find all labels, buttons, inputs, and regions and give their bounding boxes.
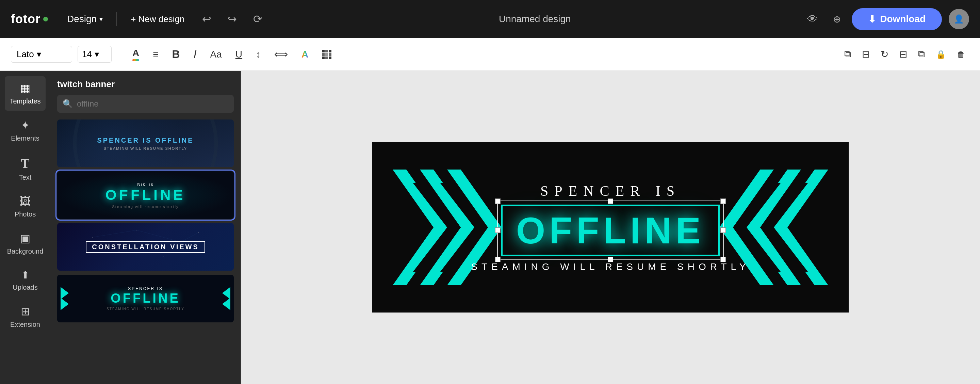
text-toolbar: Lato ▾ 14 ▾ A ≡ B I Aa U ↕ ⟺ A [0, 38, 980, 71]
background-icon: ▣ [20, 232, 30, 245]
text-icon: T [21, 156, 29, 171]
sidebar-item-extension[interactable]: ⊞ Extension [5, 300, 46, 334]
underline-button[interactable]: U [231, 46, 247, 63]
undo-icon: ↩ [202, 13, 211, 25]
history-icon: ⟳ [253, 13, 262, 25]
handle-tm [608, 198, 613, 204]
align-icon: ≡ [153, 49, 158, 60]
sidebar-item-text[interactable]: T Text [5, 150, 46, 187]
text-color-button[interactable]: A [128, 45, 143, 64]
canvas-subtitle: STEAMING WILL RESUME SHORTLY [471, 261, 749, 272]
layers-button[interactable]: ⧉ [914, 46, 929, 63]
redo-button[interactable]: ↪ [224, 10, 241, 28]
sidebar-uploads-label: Uploads [13, 284, 37, 292]
handle-tl [495, 198, 501, 204]
color-fill-button[interactable]: A [298, 46, 312, 63]
template-search-input[interactable] [77, 99, 228, 108]
canvas-main-text[interactable]: OFFLINE [501, 205, 720, 256]
fotor-logo: fotor [11, 12, 48, 26]
tpl2-sub: Steaming will resume shortly [112, 205, 179, 209]
chevron-down-icon: ▾ [95, 49, 99, 60]
duplicate-button[interactable]: ⧉ [840, 46, 855, 63]
effects-button[interactable] [318, 47, 336, 62]
sidebar-item-uploads[interactable]: ⬆ Uploads [5, 263, 46, 297]
download-icon: ⬇ [868, 14, 876, 25]
line-height-button[interactable]: ↕ [252, 46, 265, 63]
template-panel-header: twitch banner [50, 71, 240, 95]
line-height-icon: ↕ [256, 49, 261, 60]
design-menu-button[interactable]: Design ▾ [62, 11, 108, 27]
rotate-button[interactable]: ↻ [877, 46, 892, 63]
logo-text: fotor [11, 12, 40, 26]
template-panel: twitch banner 🔍 SPENCER IS OFFLINE STEAM… [50, 71, 241, 384]
color-gradient-bar [132, 59, 139, 61]
template-card-4[interactable]: SPENCER IS OFFLINE STEAMING WILL RESUME … [57, 275, 234, 322]
text-transform-button[interactable]: Aa [206, 46, 226, 63]
italic-button[interactable]: I [189, 45, 201, 63]
font-family-select[interactable]: Lato ▾ [11, 46, 72, 63]
main-canvas[interactable]: SPENCER IS OFFLINE [372, 142, 849, 312]
uploads-icon: ⬆ [21, 269, 30, 281]
trash-icon: 🗑 [957, 50, 965, 59]
new-design-button[interactable]: + New design [125, 11, 190, 27]
avatar[interactable]: 👤 [949, 9, 969, 29]
spacing-icon: ⟺ [274, 49, 288, 60]
tpl3-title: CONSTELLATION VIEWS [86, 241, 205, 253]
template-card-2[interactable]: Niki is OFFLINE Steaming will resume sho… [57, 171, 234, 219]
letter-spacing-button[interactable]: ⟺ [270, 46, 292, 63]
sidebar-photos-label: Photos [14, 210, 36, 218]
toolbar-right-group: ⧉ ⊟ ↻ ⊟ ⧉ 🔒 🗑 [840, 46, 969, 63]
design-label: Design [67, 14, 97, 24]
tpl4-big: OFFLINE [111, 291, 180, 306]
template-grid: SPENCER IS OFFLINE STEAMING WILL RESUME … [50, 120, 240, 384]
template-card-3[interactable]: CONSTELLATION VIEWS [57, 223, 234, 271]
sidebar-item-elements[interactable]: ✦ Elements [5, 113, 46, 148]
handle-ml [495, 228, 501, 233]
canvas-top-text: SPENCER IS [540, 183, 681, 199]
tpl2-small: Niki is [137, 182, 154, 187]
lock-button[interactable]: 🔒 [932, 47, 950, 62]
new-design-label: + New design [130, 14, 185, 24]
tpl1-title: SPENCER IS OFFLINE [97, 137, 194, 144]
horizontal-align-icon: ⊟ [899, 49, 907, 60]
sidebar-item-templates[interactable]: ▦ Templates [5, 76, 46, 111]
download-button[interactable]: ⬇ Download [852, 8, 942, 30]
vertical-align-button[interactable]: ⊟ [858, 46, 874, 63]
eye-icon: 👁 [807, 13, 818, 25]
text-transform-icon: Aa [210, 49, 222, 60]
canvas-area: SPENCER IS OFFLINE [241, 71, 980, 384]
photos-icon: 🖼 [20, 195, 30, 208]
svg-line-6 [92, 230, 137, 237]
duplicate-icon: ⧉ [844, 49, 851, 60]
tpl4-small: SPENCER IS [128, 286, 163, 291]
undo-button[interactable]: ↩ [198, 10, 215, 28]
left-sidebar: ▦ Templates ✦ Elements T Text 🖼 Photos ▣… [0, 71, 50, 384]
sidebar-templates-label: Templates [10, 97, 40, 105]
underline-icon: U [235, 49, 242, 60]
sidebar-elements-label: Elements [11, 134, 39, 142]
lock-icon: 🔒 [936, 50, 946, 59]
sidebar-text-label: Text [19, 174, 32, 182]
sidebar-item-background[interactable]: ▣ Background [5, 226, 46, 261]
sidebar-item-photos[interactable]: 🖼 Photos [5, 190, 46, 224]
share-button[interactable]: ⊕ [829, 11, 845, 27]
preview-button[interactable]: 👁 [803, 10, 822, 28]
selected-text-container[interactable]: OFFLINE [501, 205, 720, 256]
chevron-down-icon: ▾ [37, 49, 41, 60]
bold-button[interactable]: B [168, 45, 184, 63]
text-align-button[interactable]: ≡ [149, 46, 162, 63]
history-button[interactable]: ⟳ [249, 10, 266, 28]
logo-dot [43, 17, 48, 21]
extension-icon: ⊞ [21, 305, 30, 318]
delete-button[interactable]: 🗑 [953, 47, 969, 62]
topbar-divider [116, 12, 117, 26]
main-layout: ▦ Templates ✦ Elements T Text 🖼 Photos ▣… [0, 71, 980, 384]
template-card-1[interactable]: SPENCER IS OFFLINE STEAMING WILL RESUME … [57, 120, 234, 167]
tpl1-sub: STEAMING WILL RESUME SHORTLY [104, 147, 188, 150]
svg-point-5 [163, 256, 163, 257]
sidebar-background-label: Background [7, 247, 43, 255]
font-size-select[interactable]: 14 ▾ [78, 46, 111, 63]
download-label: Download [880, 14, 926, 24]
handle-tr [721, 198, 726, 204]
horizontal-align-button[interactable]: ⊟ [895, 46, 911, 63]
